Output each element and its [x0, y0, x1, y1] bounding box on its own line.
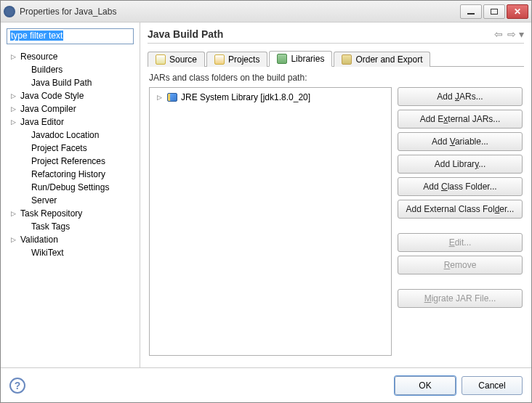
library-label: JRE System Library [jdk1.8.0_20] [181, 92, 310, 102]
properties-tree-sidebar: type filter text ▷Resource Builders Java… [1, 23, 140, 367]
expand-icon[interactable]: ▷ [156, 94, 164, 101]
tree-item-java-code-style[interactable]: ▷Java Code Style [7, 89, 134, 102]
tree-item-task-repository[interactable]: ▷Task Repository [7, 207, 134, 220]
libraries-list[interactable]: ▷ JRE System Library [jdk1.8.0_20] [149, 87, 392, 356]
tree-item-validation[interactable]: ▷Validation [7, 233, 134, 246]
ok-button[interactable]: OK [395, 376, 456, 395]
add-external-class-folder-button[interactable]: Add External Class Folder... [398, 200, 523, 219]
close-button[interactable]: ✕ [507, 4, 528, 19]
filter-input[interactable]: type filter text [7, 28, 134, 44]
eclipse-icon [4, 6, 15, 17]
libraries-buttons: Add JARs... Add External JARs... Add Var… [398, 87, 523, 356]
tree-item-java-compiler[interactable]: ▷Java Compiler [7, 102, 134, 115]
tree-item-project-references[interactable]: Project References [7, 155, 134, 168]
tab-projects[interactable]: Projects [206, 52, 267, 67]
window-controls: ✕ [460, 4, 528, 19]
remove-button: Remove [398, 256, 523, 274]
add-variable-button[interactable]: Add Variable... [398, 132, 523, 151]
library-entry[interactable]: ▷ JRE System Library [jdk1.8.0_20] [153, 91, 388, 104]
libraries-panel: JARs and class folders on the build path… [148, 67, 524, 362]
tree-item-project-facets[interactable]: Project Facets [7, 142, 134, 155]
tree-item-resource[interactable]: ▷Resource [7, 50, 134, 63]
dialog-body: type filter text ▷Resource Builders Java… [1, 23, 531, 402]
forward-arrow-icon[interactable]: ⇨ ▾ [507, 28, 524, 40]
tab-order-export[interactable]: Order and Export [334, 52, 430, 67]
tree-item-wikitext[interactable]: WikiText [7, 246, 134, 259]
tab-source[interactable]: Source [148, 52, 205, 67]
page-title: Java Build Path [148, 28, 223, 40]
tree-item-javadoc-location[interactable]: Javadoc Location [7, 129, 134, 142]
add-external-jars-button[interactable]: Add External JARs... [398, 110, 523, 129]
maximize-button[interactable] [483, 4, 505, 19]
tree-item-run-debug-settings[interactable]: Run/Debug Settings [7, 181, 134, 194]
tab-libraries[interactable]: Libraries [269, 51, 332, 67]
tree-item-java-build-path[interactable]: Java Build Path [7, 76, 134, 89]
projects-icon [214, 54, 225, 65]
properties-tree: ▷Resource Builders Java Build Path ▷Java… [7, 50, 134, 259]
tree-item-builders[interactable]: Builders [7, 63, 134, 76]
tree-item-server[interactable]: Server [7, 194, 134, 207]
nav-controls: ⇦ ⇨ ▾ [494, 28, 524, 40]
edit-button: Edit... [398, 233, 523, 252]
migrate-jar-button: Migrate JAR File... [398, 289, 523, 308]
add-class-folder-button[interactable]: Add Class Folder... [398, 177, 523, 196]
cancel-button[interactable]: Cancel [462, 376, 523, 395]
add-jars-button[interactable]: Add JARs... [398, 87, 523, 106]
back-arrow-icon[interactable]: ⇦ [494, 28, 503, 40]
dialog-footer: ? OK Cancel [1, 367, 531, 402]
content-pane: Java Build Path ⇦ ⇨ ▾ Source Projects Li… [140, 23, 531, 367]
help-icon[interactable]: ? [9, 378, 25, 394]
window-title: Properties for Java_Labs [20, 7, 460, 17]
order-export-icon [342, 54, 352, 65]
libraries-icon [277, 54, 287, 64]
tree-item-java-editor[interactable]: ▷Java Editor [7, 115, 134, 129]
minimize-button[interactable] [460, 4, 482, 19]
libraries-description: JARs and class folders on the build path… [149, 73, 523, 83]
tree-item-task-tags[interactable]: Task Tags [7, 220, 134, 233]
jre-library-icon [167, 93, 177, 102]
content-header: Java Build Path ⇦ ⇨ ▾ [148, 28, 524, 44]
tree-item-refactoring-history[interactable]: Refactoring History [7, 168, 134, 181]
properties-dialog: Properties for Java_Labs ✕ type filter t… [0, 0, 532, 403]
source-folder-icon [156, 54, 166, 65]
titlebar: Properties for Java_Labs ✕ [1, 1, 531, 23]
build-path-tabs: Source Projects Libraries Order and Expo… [148, 48, 524, 67]
add-library-button[interactable]: Add Library... [398, 155, 523, 174]
